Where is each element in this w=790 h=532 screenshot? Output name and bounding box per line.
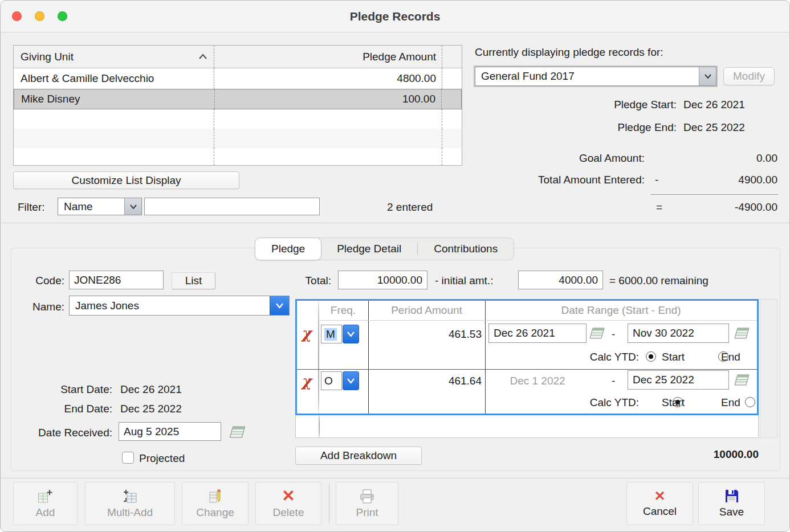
empty-row: [14, 109, 462, 129]
chevron-down-icon[interactable]: [699, 67, 716, 85]
close-window-icon[interactable]: [12, 11, 22, 21]
calendar-icon[interactable]: [229, 425, 246, 439]
delete-breakdown-row-icon[interactable]: χ: [302, 374, 311, 388]
total-label: Total:: [291, 275, 331, 287]
giving-unit-table-header: Giving Unit Pledge Amount: [14, 46, 462, 68]
column-header-pledge-amount[interactable]: Pledge Amount: [214, 46, 442, 68]
total-input[interactable]: 10000.00: [338, 271, 427, 289]
date-range-dash: -: [612, 328, 615, 341]
tab-pledge[interactable]: Pledge: [255, 238, 321, 260]
initial-amount-input[interactable]: 4000.00: [518, 271, 603, 289]
table-row[interactable]: Albert & Camille Delvecchio 4800.00: [14, 68, 462, 89]
customize-list-display-button[interactable]: Customize List Display: [13, 171, 239, 189]
minus-sign: -: [655, 174, 658, 186]
end-date-label: End Date:: [23, 403, 112, 415]
pledge-amount-cell: 100.00: [215, 89, 442, 109]
date-end-input[interactable]: Nov 30 2022: [628, 324, 729, 343]
calc-ytd-end-label: End: [721, 396, 740, 409]
multi-add-button[interactable]: Multi-Add: [85, 482, 175, 525]
tab-pledge-detail[interactable]: Pledge Detail: [321, 238, 417, 260]
calc-ytd-start-label: Start: [662, 351, 685, 363]
filter-field-select[interactable]: Name: [58, 198, 142, 215]
calendar-icon[interactable]: [734, 374, 750, 386]
zoom-window-icon[interactable]: [58, 11, 67, 21]
sort-ascending-icon[interactable]: [199, 54, 207, 59]
giving-unit-cell: Mike Disney: [14, 89, 215, 109]
calendar-icon[interactable]: [734, 327, 750, 339]
start-date-value: Dec 26 2021: [120, 383, 182, 396]
printer-icon: [359, 489, 375, 504]
tab-contributions[interactable]: Contributions: [418, 238, 514, 260]
calc-ytd-end-radio[interactable]: [745, 397, 755, 407]
projected-label: Projected: [139, 452, 185, 465]
multi-add-icon: [123, 489, 138, 504]
goal-amount-value: 0.00: [685, 152, 777, 165]
date-start-disabled: Dec 1 2022: [488, 375, 587, 387]
save-button[interactable]: Save: [698, 482, 765, 525]
frequency-input[interactable]: O: [321, 371, 342, 390]
chevron-down-icon[interactable]: [270, 296, 289, 315]
frequency-dropdown-icon[interactable]: [343, 371, 359, 390]
code-input[interactable]: JONE286: [69, 271, 164, 289]
summary-divider: [650, 194, 778, 195]
cancel-x-icon: ✕: [654, 489, 665, 503]
date-start-input[interactable]: Dec 26 2021: [488, 324, 587, 343]
giving-unit-header-label: Giving Unit: [21, 51, 74, 63]
date-end-input[interactable]: Dec 25 2022: [628, 370, 729, 390]
delete-breakdown-row-icon[interactable]: χ: [302, 326, 311, 341]
pledge-records-window: Pledge Records Giving Unit Pledge Amount…: [0, 0, 790, 532]
total-entered-value: 4900.00: [685, 174, 777, 186]
end-date-value: Dec 25 2022: [120, 403, 182, 415]
date-received-input[interactable]: Aug 5 2025: [119, 422, 221, 441]
add-button[interactable]: Add: [13, 482, 78, 525]
toolbar-divider: [1, 478, 790, 478]
pledge-amount-cell: 4800.00: [214, 68, 442, 89]
tab-bar: Pledge Pledge Detail Contributions: [255, 238, 514, 260]
delete-button[interactable]: ✕ Delete: [255, 482, 321, 525]
print-button[interactable]: Print: [336, 482, 398, 525]
section-divider: [1, 223, 790, 223]
total-entered-label: Total Amount Entered:: [445, 174, 645, 186]
breakdown-total: 10000.00: [656, 448, 759, 461]
projected-checkbox[interactable]: [122, 452, 134, 464]
filter-label: Filter:: [18, 201, 45, 214]
window-title: Pledge Records: [1, 1, 789, 32]
fund-select-value: General Fund 2017: [475, 67, 699, 85]
breakdown-empty-row: [295, 415, 759, 438]
add-record-icon: [38, 489, 53, 504]
modify-button[interactable]: Modify: [723, 67, 775, 85]
calc-ytd-end-label: End: [721, 351, 740, 363]
net-total-value: -4900.00: [685, 201, 777, 214]
pledge-start-value: Dec 26 2021: [683, 99, 745, 111]
name-select-value: James Jones: [70, 296, 270, 315]
frequency-input[interactable]: M: [321, 325, 342, 343]
breakdown-scrollbar[interactable]: [760, 299, 777, 438]
chevron-down-icon[interactable]: [124, 198, 141, 215]
minimize-window-icon[interactable]: [35, 11, 44, 21]
pledge-start-label: Pledge Start:: [514, 99, 677, 111]
title-bar: Pledge Records: [1, 1, 789, 32]
add-breakdown-button[interactable]: Add Breakdown: [295, 447, 422, 465]
list-button[interactable]: List: [172, 272, 215, 289]
breakdown-table: Freq. Period Amount Date Range (Start - …: [295, 299, 759, 415]
calc-ytd-start-label: Start: [662, 396, 685, 409]
change-button[interactable]: Change: [182, 482, 249, 525]
calc-ytd-start-radio[interactable]: [646, 351, 656, 362]
giving-unit-cell: Albert & Camille Delvecchio: [14, 68, 214, 89]
column-header-date-range: Date Range (Start - End): [485, 304, 757, 317]
column-header-giving-unit[interactable]: Giving Unit: [14, 46, 214, 68]
period-amount-value: 461.53: [371, 328, 482, 341]
entered-count: 2 entered: [387, 201, 433, 214]
column-header-period-amount: Period Amount: [368, 304, 485, 317]
filter-input[interactable]: [144, 198, 320, 215]
equals-sign: =: [656, 201, 662, 214]
date-range-dash: -: [612, 375, 615, 387]
cancel-button[interactable]: ✕ Cancel: [626, 482, 693, 525]
remaining-text: = 6000.00 remaining: [609, 275, 708, 287]
fund-select[interactable]: General Fund 2017: [475, 67, 716, 86]
pledge-end-value: Dec 25 2022: [683, 121, 745, 134]
frequency-dropdown-icon[interactable]: [343, 325, 359, 343]
name-select[interactable]: James Jones: [69, 296, 290, 316]
calendar-icon[interactable]: [589, 327, 605, 339]
table-row-selected[interactable]: Mike Disney 100.00: [14, 89, 462, 109]
